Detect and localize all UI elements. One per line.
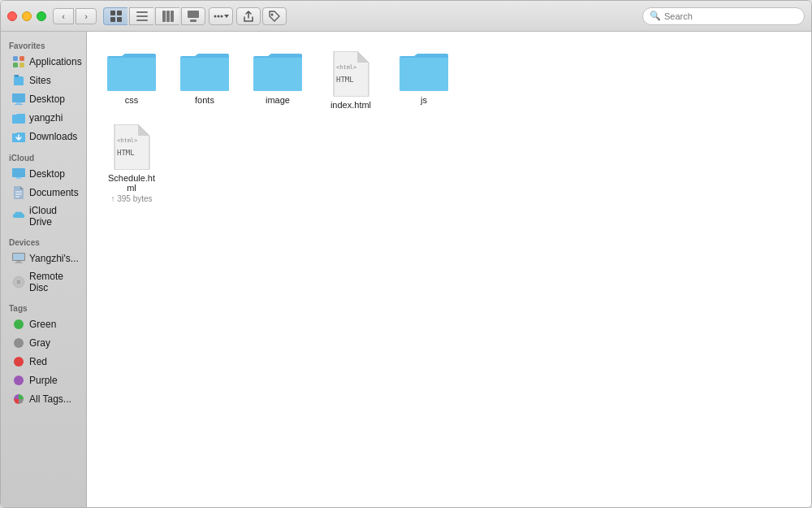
view-column-button[interactable] [155,7,179,25]
purple-tag-icon [12,374,25,387]
sidebar-item-green-tag[interactable]: Green [4,315,83,333]
devices-header: Devices [1,235,86,249]
minimize-button[interactable] [22,11,32,21]
titlebar: ‹ › [1,1,811,32]
sidebar-item-icloud-drive[interactable]: iCloud Drive [4,202,83,230]
svg-rect-21 [12,93,25,102]
sidebar-item-documents[interactable]: Documents [4,184,83,202]
file-item-js[interactable]: js [395,48,452,113]
share-buttons [236,7,287,25]
gray-tag-icon [12,336,25,350]
js-label: js [421,95,427,105]
disc-icon [12,276,25,289]
svg-rect-5 [136,15,148,17]
search-bar[interactable]: 🔍 [642,7,805,25]
sidebar-item-yangzhis[interactable]: Yangzhi's... [4,250,83,267]
file-item-image[interactable]: image [249,48,306,113]
svg-text:<html>: <html> [117,137,137,144]
finder-window: ‹ › [0,0,812,508]
action-dropdown-button[interactable] [209,7,233,25]
documents-icon [12,186,25,199]
sidebar-item-remote-disc[interactable]: Remote Disc [4,268,83,296]
file-item-fonts[interactable]: fonts [176,48,233,113]
sites-label: Sites [29,75,51,86]
svg-rect-22 [16,102,21,104]
sites-icon [12,74,25,87]
sidebar-item-yangzhi[interactable]: yangzhi [4,109,83,127]
svg-point-35 [18,281,19,283]
svg-rect-3 [117,17,122,22]
main-content: css fonts [87,32,811,507]
sidebar-item-icloud-desktop[interactable]: Desktop [4,165,83,183]
svg-rect-19 [13,63,18,67]
remote-disc-label: Remote Disc [29,271,78,293]
sidebar-item-downloads[interactable]: Downloads [4,128,83,145]
svg-rect-30 [13,254,24,260]
css-folder-icon [107,51,156,92]
file-item-css[interactable]: css [103,48,160,113]
svg-rect-1 [117,11,122,15]
icloud-drive-icon [12,210,25,223]
svg-text:HTML: HTML [336,76,354,84]
action-buttons [209,7,233,25]
share-button[interactable] [236,7,261,25]
purple-tag-label: Purple [29,375,58,386]
applications-icon [12,55,25,68]
svg-point-16 [271,13,274,15]
maximize-button[interactable] [37,11,46,21]
svg-rect-0 [110,11,115,15]
sidebar-item-gray-tag[interactable]: Gray [4,334,83,352]
tags-header: Tags [1,301,86,315]
close-button[interactable] [7,11,17,21]
icloud-desktop-label: Desktop [29,168,65,180]
sidebar-item-sites[interactable]: Sites [4,72,83,89]
desktop-icon [12,93,25,106]
svg-rect-4 [136,11,148,13]
favorites-header: Favorites [1,38,86,52]
svg-rect-23 [15,104,23,105]
forward-button[interactable]: › [76,8,97,24]
downloads-icon [12,130,25,143]
svg-rect-24 [12,168,25,177]
view-icon-button[interactable] [103,7,127,25]
svg-rect-20 [19,63,24,67]
svg-rect-11 [190,20,197,22]
sidebar-item-red-tag[interactable]: Red [4,353,83,371]
svg-rect-18 [19,56,24,61]
sidebar: Favorites Applications [1,32,87,507]
index-html-icon: HTML <html> [333,51,369,97]
sidebar-item-purple-tag[interactable]: Purple [4,371,83,389]
all-tags-icon [12,393,25,406]
back-button[interactable]: ‹ [53,8,74,24]
yangzhi-label: yangzhi [29,112,63,124]
svg-rect-7 [162,11,166,22]
applications-label: Applications [29,56,82,67]
yangzhi-icon [12,111,25,124]
sidebar-item-all-tags[interactable]: All Tags... [4,390,83,408]
svg-rect-2 [110,17,115,22]
sidebar-item-desktop[interactable]: Desktop [4,90,83,108]
view-buttons [103,7,205,25]
gray-tag-label: Gray [29,337,50,349]
yangzhis-label: Yangzhi's... [29,253,79,264]
red-tag-label: Red [29,356,47,367]
svg-point-14 [221,15,223,17]
computer-icon [12,252,25,265]
svg-rect-9 [171,11,174,22]
sidebar-item-applications[interactable]: Applications [4,53,83,71]
svg-text:HTML: HTML [117,149,135,157]
fonts-folder-icon [180,51,229,92]
icloud-header: iCloud [1,150,86,164]
file-item-schedule[interactable]: HTML <html> Schedule.html ↑ 395 bytes [103,121,160,206]
view-cover-button[interactable] [181,7,205,25]
view-list-button[interactable] [129,7,153,25]
edit-tags-button[interactable] [262,7,287,25]
green-tag-icon [12,318,25,331]
image-folder-icon [253,51,302,92]
search-input[interactable] [664,11,797,21]
file-item-index-html[interactable]: HTML <html> index.html [322,48,379,113]
svg-rect-32 [15,263,23,263]
schedule-html-icon: HTML <html> [114,124,150,170]
nav-buttons: ‹ › [53,8,97,24]
svg-point-12 [214,15,217,17]
